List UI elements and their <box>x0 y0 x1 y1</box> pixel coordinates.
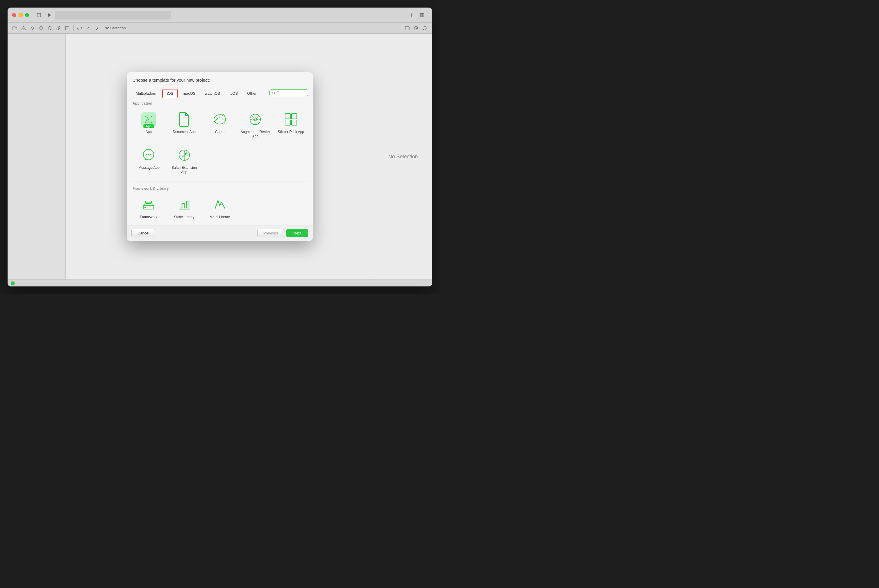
tab-macos[interactable]: macOS <box>179 89 200 98</box>
static-library-icon <box>176 196 192 213</box>
tab-ios[interactable]: iOS <box>162 89 178 98</box>
svg-rect-5 <box>422 14 424 17</box>
template-static-library[interactable]: Static Library <box>167 193 201 223</box>
square-icon[interactable] <box>34 10 44 20</box>
toolbar-icons: ! <box>11 24 101 32</box>
template-framework[interactable]: Framework <box>131 193 166 223</box>
application-grid: A App App <box>131 108 308 180</box>
ar-app-icon <box>247 111 263 128</box>
svg-line-14 <box>416 28 417 29</box>
game-icon <box>212 111 228 128</box>
modal-overlay: Choose a template for your new project: … <box>66 34 374 279</box>
code-icon[interactable] <box>76 24 83 32</box>
svg-point-36 <box>148 154 149 155</box>
right-panel: No Selection <box>374 34 432 279</box>
tab-bar: Multiplatform iOS macOS watchOS tvOS <box>127 86 313 98</box>
svg-rect-31 <box>291 114 297 119</box>
toolbar-right-icons: i <box>403 24 428 32</box>
app-icon-wrapper: A App <box>141 112 156 127</box>
svg-text:i: i <box>425 27 425 30</box>
nav-forward-icon[interactable] <box>93 24 101 32</box>
sidebar <box>8 34 66 279</box>
imessage-icon <box>140 147 157 163</box>
content-area: No Selection Choose a template for your … <box>66 34 374 279</box>
previous-button[interactable]: Previous <box>257 229 284 237</box>
close-button[interactable] <box>12 13 16 17</box>
metal-library-icon <box>212 196 228 213</box>
scheme-selector[interactable] <box>55 11 171 20</box>
tab-multiplatform[interactable]: Multiplatform <box>131 89 162 98</box>
template-sticker-pack[interactable]: Sticker Pack App <box>274 108 308 142</box>
statusbar <box>8 279 432 286</box>
shield-icon[interactable] <box>46 24 54 32</box>
minimize-button[interactable] <box>19 13 23 17</box>
ar-app-label: Augmented Reality App <box>240 130 270 139</box>
info-icon[interactable]: i <box>421 24 428 32</box>
template-safari-ext[interactable]: Safari Extension App <box>167 144 201 178</box>
filter-box[interactable]: ⊙ <box>269 90 308 96</box>
document-app-label: Document App <box>173 130 195 135</box>
cancel-button[interactable]: Cancel <box>131 229 155 237</box>
template-body: Application A <box>127 98 313 225</box>
app-icon: A App <box>140 111 157 128</box>
framework-icon <box>140 196 157 213</box>
clock-icon[interactable] <box>412 24 420 32</box>
svg-rect-4 <box>420 14 422 17</box>
no-selection-label: No Selection <box>104 26 126 30</box>
next-button[interactable]: Next <box>286 229 308 237</box>
sticker-pack-icon <box>283 111 299 128</box>
svg-line-29 <box>256 116 259 118</box>
footer-right: Previous Next <box>257 229 308 237</box>
link-icon[interactable] <box>55 24 62 32</box>
template-ar-app[interactable]: Augmented Reality App <box>238 108 272 142</box>
inspector-icon[interactable] <box>403 24 411 32</box>
tab-watchos[interactable]: watchOS <box>200 89 224 98</box>
secondary-toolbar: ! <box>8 22 432 34</box>
svg-line-22 <box>215 119 218 121</box>
right-no-selection: No Selection <box>388 154 418 160</box>
section-divider <box>131 182 308 182</box>
template-app[interactable]: A App App <box>131 108 166 142</box>
status-dot <box>11 282 15 285</box>
tab-other[interactable]: Other <box>243 89 261 98</box>
svg-point-37 <box>150 154 152 155</box>
filter-input[interactable] <box>276 91 305 95</box>
app-label: App <box>146 130 152 135</box>
safari-ext-label: Safari Extension App <box>169 166 199 175</box>
svg-point-19 <box>214 115 225 124</box>
imessage-label: iMessage App <box>138 166 159 170</box>
template-document-app[interactable]: Document App <box>167 108 201 142</box>
app-badge: App <box>143 124 153 128</box>
square-dot-icon[interactable] <box>63 24 71 32</box>
layout-button[interactable] <box>418 10 427 20</box>
traffic-lights <box>12 13 29 17</box>
safari-ext-icon <box>176 147 192 163</box>
nav-back-icon[interactable] <box>84 24 92 32</box>
main-area: No Selection Choose a template for your … <box>8 34 432 279</box>
svg-marker-8 <box>39 26 43 30</box>
section-application-label: Application <box>131 98 308 108</box>
hexagon-icon[interactable] <box>37 24 45 32</box>
maximize-button[interactable] <box>25 13 29 17</box>
svg-text:A: A <box>146 117 149 122</box>
warning-icon[interactable]: ! <box>20 24 27 32</box>
svg-rect-33 <box>291 120 297 125</box>
game-label: Game <box>215 130 225 135</box>
run-button[interactable] <box>45 10 54 20</box>
template-imessage[interactable]: iMessage App <box>131 144 166 178</box>
static-library-label: Static Library <box>174 215 194 220</box>
metal-library-label: Metal Library <box>210 215 230 220</box>
modal-footer: Cancel Previous Next <box>127 225 313 241</box>
filter-icon: ⊙ <box>272 91 275 95</box>
add-button[interactable] <box>407 10 416 20</box>
svg-rect-32 <box>285 120 290 125</box>
svg-point-21 <box>219 117 220 118</box>
svg-rect-30 <box>285 114 290 119</box>
template-game[interactable]: Game <box>203 108 237 142</box>
template-metal-library[interactable]: Metal Library <box>203 193 237 223</box>
tab-tvos[interactable]: tvOS <box>225 89 242 98</box>
svg-rect-0 <box>37 14 41 17</box>
diamond-icon[interactable] <box>29 24 36 32</box>
template-chooser-modal: Choose a template for your new project: … <box>127 72 313 241</box>
folder-icon[interactable] <box>11 24 19 32</box>
